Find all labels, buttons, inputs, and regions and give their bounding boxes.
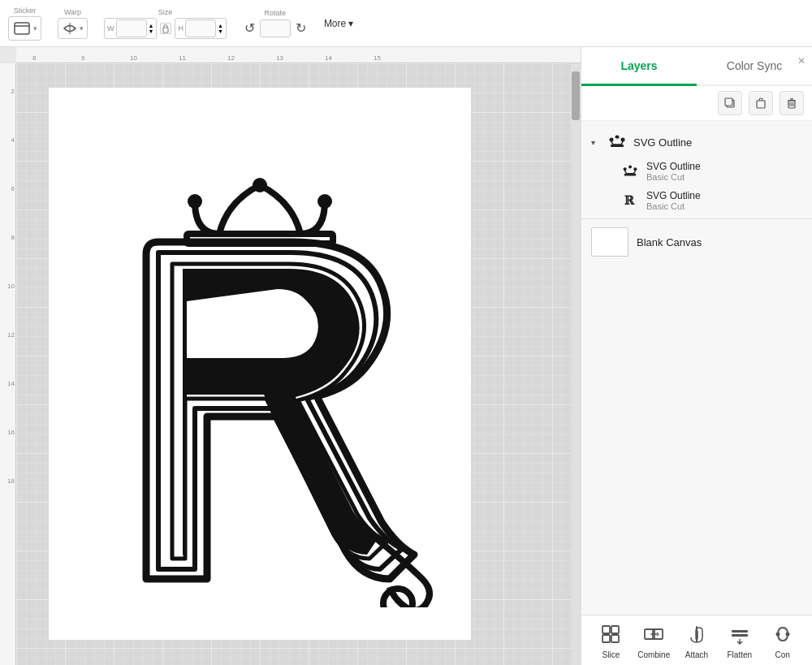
paste-icon [754, 97, 767, 110]
delete-layer-btn[interactable] [780, 91, 804, 115]
svg-point-24 [628, 166, 632, 169]
sticker-arrow: ▾ [33, 24, 37, 32]
lock-ratio-btn[interactable] [160, 23, 171, 34]
combine-icon [641, 621, 667, 647]
rotate-ccw-btn[interactable]: ↺ [243, 19, 257, 37]
sticker-group: Sticker ▾ [8, 6, 41, 41]
main-area: 8 9 10 11 12 13 14 15 2 4 6 8 10 12 14 1… [0, 47, 812, 665]
svg-rect-3 [163, 28, 168, 32]
height-input[interactable] [185, 19, 216, 37]
attach-button[interactable]: Attach [676, 621, 719, 659]
tab-color-sync[interactable]: Color Sync ✕ [697, 47, 812, 84]
group-chevron-icon: ▾ [591, 138, 601, 147]
main-toolbar: Sticker ▾ Warp ▾ Size W ▲ ▼ [0, 0, 812, 47]
height-up-btn[interactable]: ▲ [218, 23, 223, 28]
layer-sub-r[interactable]: ℝ SVG Outline Basic Cut [581, 186, 812, 215]
svg-rect-35 [732, 634, 748, 637]
panel-toolbar [581, 86, 812, 121]
rotate-group: Rotate ↺ ↻ [243, 9, 308, 37]
size-label: Size [158, 8, 173, 16]
combine-label: Combine [637, 650, 670, 659]
flatten-icon [727, 621, 753, 647]
ruler-v-7: 14 [7, 380, 15, 387]
combine-button[interactable]: Combine [633, 621, 676, 659]
color-sync-close-icon[interactable]: ✕ [797, 55, 806, 67]
blank-canvas-item[interactable]: Blank Canvas [581, 218, 812, 265]
sub-crown-name: SVG Outline [646, 161, 701, 172]
canvas-area[interactable]: 8 9 10 11 12 13 14 15 2 4 6 8 10 12 14 1… [0, 47, 581, 665]
height-down-btn[interactable]: ▼ [218, 28, 223, 34]
layer-sub-crown[interactable]: SVG Outline Basic Cut [581, 157, 812, 186]
tab-layers[interactable]: Layers [581, 47, 697, 84]
blank-canvas-label: Blank Canvas [637, 236, 702, 248]
svg-point-37 [785, 633, 789, 637]
con-icon-svg [771, 623, 794, 646]
svg-rect-21 [611, 145, 624, 147]
svg-rect-28 [603, 626, 610, 633]
width-down-btn[interactable]: ▼ [149, 28, 154, 34]
copy-layer-btn[interactable] [718, 91, 742, 115]
copy-icon [723, 97, 736, 110]
sub-crown-info: SVG Outline Basic Cut [646, 161, 701, 182]
slice-label: Slice [603, 650, 620, 659]
svg-rect-11 [757, 101, 765, 108]
design-svg [81, 120, 438, 607]
layer-group-item[interactable]: ▾ R SVG Outline [581, 127, 812, 157]
flatten-icon-svg [728, 623, 751, 646]
slice-icon [598, 621, 624, 647]
more-label: More [324, 18, 346, 29]
vertical-scrollbar[interactable] [571, 63, 581, 665]
size-controls: W ▲ ▼ H ▲ ▼ [104, 18, 227, 39]
sub-r-icon: ℝ [620, 191, 640, 210]
sub-crown-icon [620, 162, 640, 181]
grid-canvas[interactable] [16, 63, 571, 665]
blank-canvas-preview [591, 227, 628, 257]
layers-list[interactable]: ▾ R SVG Outline [581, 121, 812, 615]
svg-rect-26 [624, 174, 637, 176]
ruler-h-13: 13 [276, 54, 283, 62]
more-button[interactable]: More ▾ [324, 18, 353, 29]
rotate-input[interactable] [260, 19, 291, 37]
ruler-h-15: 15 [374, 54, 381, 62]
attach-icon-svg [685, 623, 708, 646]
tab-color-sync-label: Color Sync [727, 59, 782, 72]
ruler-v-numbers: 2 4 6 8 10 12 14 16 18 [0, 63, 16, 665]
design-canvas[interactable] [49, 88, 471, 640]
ruler-h-14: 14 [325, 54, 332, 62]
svg-text:ℝ: ℝ [624, 194, 635, 207]
width-input[interactable] [116, 19, 147, 37]
ruler-v-9: 18 [7, 477, 15, 485]
sub-r-name: SVG Outline [646, 190, 701, 201]
sub-crown-type: Basic Cut [646, 172, 701, 182]
width-up-btn[interactable]: ▲ [149, 23, 154, 28]
warp-controls[interactable]: ▾ [58, 18, 88, 39]
ruler-h-9: 9 [81, 54, 84, 62]
size-group: Size W ▲ ▼ H ▲ ▼ [104, 8, 227, 39]
svg-rect-30 [603, 635, 610, 642]
ruler-h-10: 10 [130, 54, 137, 62]
warp-label: Warp [64, 8, 81, 16]
flatten-button[interactable]: Flatten [718, 621, 761, 659]
ruler-h-12: 12 [227, 54, 235, 62]
rotate-cw-btn[interactable]: ↻ [294, 19, 308, 37]
con-button[interactable]: Con [761, 621, 804, 659]
ruler-v-6: 12 [7, 331, 15, 339]
warp-arrow: ▾ [80, 24, 84, 32]
sticker-controls[interactable]: ▾ [8, 16, 41, 41]
rotate-controls: ↺ ↻ [243, 19, 308, 37]
layer-group-svg-outline: ▾ R SVG Outline [581, 127, 812, 215]
sub-crown-svg [622, 163, 638, 179]
sub-r-svg: ℝ [622, 192, 638, 209]
scrollbar-thumb[interactable] [572, 71, 580, 120]
ruler-h-numbers: 8 9 10 11 12 13 14 15 [16, 47, 581, 63]
ruler-h-8: 8 [32, 54, 36, 62]
ruler-left: 2 4 6 8 10 12 14 16 18 [0, 63, 16, 665]
lock-icon [162, 24, 170, 33]
right-panel: Layers Color Sync ✕ ▾ [581, 47, 812, 665]
ruler-top: 8 9 10 11 12 13 14 15 [16, 47, 581, 63]
warp-icon [62, 20, 78, 37]
group-icon-svg: R [608, 133, 626, 151]
slice-button[interactable]: Slice [590, 621, 633, 659]
attach-label: Attach [685, 650, 708, 659]
paste-layer-btn[interactable] [749, 91, 773, 115]
